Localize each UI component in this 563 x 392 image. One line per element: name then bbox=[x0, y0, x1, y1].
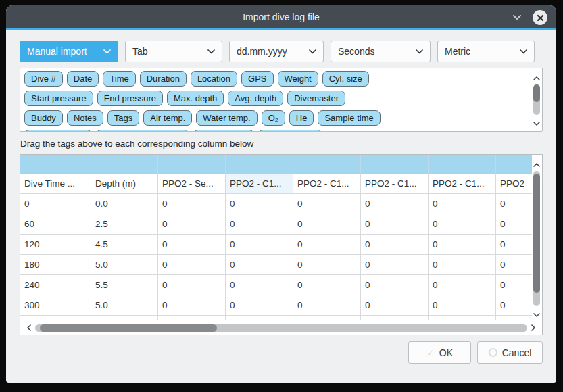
tag-notes[interactable]: Notes bbox=[67, 110, 103, 126]
tag-max-depth[interactable]: Max. depth bbox=[167, 91, 224, 106]
table-cell: 0 bbox=[429, 255, 496, 274]
scroll-down-icon[interactable] bbox=[533, 308, 540, 320]
tag-sample-time[interactable]: Sample time bbox=[318, 110, 380, 126]
tag-start-pressure[interactable]: Start pressure bbox=[24, 91, 93, 106]
column-drop-target[interactable] bbox=[91, 155, 158, 174]
date-format-select[interactable]: dd.mm.yyyy bbox=[229, 41, 324, 62]
column-header[interactable]: PPO2 - C1... bbox=[293, 174, 361, 193]
ok-button[interactable]: ✓ OK bbox=[408, 341, 471, 364]
column-drop-target[interactable] bbox=[496, 155, 532, 174]
dialog-content: Manual importTabdd.mm.yyyySecondsMetric … bbox=[6, 30, 556, 364]
table-cell: 0 bbox=[429, 235, 496, 254]
column-drop-target[interactable] bbox=[429, 155, 496, 174]
table-cell: 0 bbox=[293, 235, 361, 254]
field-separator-select[interactable]: Tab bbox=[125, 41, 222, 62]
column-drop-target-row bbox=[20, 155, 532, 174]
tag-panel-scrollbar[interactable] bbox=[532, 70, 541, 129]
tag-water-temp[interactable]: Water temp. bbox=[196, 110, 257, 126]
scrollbar-thumb[interactable] bbox=[533, 174, 540, 293]
scroll-up-icon[interactable] bbox=[533, 71, 540, 83]
table-cell: 0 bbox=[429, 275, 496, 295]
tag-tags[interactable]: Tags bbox=[107, 110, 139, 126]
scrollbar-thumb[interactable] bbox=[533, 84, 540, 102]
tag-location[interactable]: Location bbox=[191, 71, 237, 87]
tag-gps[interactable]: GPS bbox=[241, 71, 273, 87]
column-drop-target[interactable] bbox=[226, 155, 293, 174]
column-header[interactable]: PPO2 - C1... bbox=[226, 174, 293, 193]
column-drop-target[interactable] bbox=[20, 155, 91, 174]
table-cell bbox=[158, 316, 226, 320]
table-cell bbox=[91, 316, 158, 320]
import-dialog: Import dive log file Manual importTabdd.… bbox=[6, 5, 556, 383]
table-cell: 0 bbox=[158, 255, 226, 274]
table-cell: 0 bbox=[496, 214, 532, 234]
close-button[interactable] bbox=[533, 10, 547, 25]
tag-sample-depth[interactable]: Sample depth bbox=[24, 130, 92, 132]
tag-row: BuddyNotesTagsAir temp.Water temp.O₂HeSa… bbox=[24, 110, 538, 126]
tag-air-temp[interactable]: Air temp. bbox=[143, 110, 192, 126]
column-drop-target[interactable] bbox=[158, 155, 226, 174]
shade-button[interactable] bbox=[512, 13, 522, 21]
units-select[interactable]: Metric bbox=[437, 41, 535, 62]
scrollbar-track[interactable] bbox=[533, 171, 540, 306]
table-row: 1204.5000000 bbox=[20, 235, 532, 255]
table-cell: 0 bbox=[429, 194, 496, 214]
column-drop-target[interactable] bbox=[361, 155, 429, 174]
table-cell: 180 bbox=[20, 255, 91, 274]
tag-he[interactable]: He bbox=[289, 110, 314, 126]
cancel-button[interactable]: Cancel bbox=[477, 341, 543, 364]
tag-buddy[interactable]: Buddy bbox=[24, 110, 63, 126]
table-cell bbox=[226, 316, 293, 320]
tag-duration[interactable]: Duration bbox=[140, 71, 187, 87]
table-cell: 0 bbox=[158, 214, 226, 234]
table-cell: 5.0 bbox=[91, 255, 158, 274]
table-cell: 5.5 bbox=[91, 275, 158, 295]
chevron-down-icon bbox=[520, 49, 527, 54]
table-cell: 0 bbox=[293, 214, 361, 234]
tag-sample-cns[interactable]: Sample CNS bbox=[258, 130, 322, 132]
chevron-down-icon bbox=[207, 49, 215, 54]
tag-date[interactable]: Date bbox=[67, 71, 99, 87]
tag-end-pressure[interactable]: End pressure bbox=[97, 91, 163, 106]
column-header[interactable]: PPO2 - C1... bbox=[429, 174, 496, 193]
scroll-up-icon[interactable] bbox=[533, 157, 540, 170]
tag-o[interactable]: O₂ bbox=[262, 110, 285, 126]
tag-cyl-size[interactable]: Cyl. size bbox=[322, 71, 369, 87]
column-header[interactable]: PPO2 - C1... bbox=[361, 174, 429, 193]
column-header[interactable]: PPO2 bbox=[496, 174, 532, 193]
import-mode-select[interactable]: Manual import bbox=[20, 41, 118, 62]
tag-dive[interactable]: Dive # bbox=[24, 71, 63, 87]
column-header[interactable]: Dive Time ... bbox=[20, 174, 91, 193]
scrollbar-thumb[interactable] bbox=[40, 324, 217, 332]
scroll-down-icon[interactable] bbox=[533, 116, 540, 128]
table-cell bbox=[293, 316, 361, 320]
tag-sample-temperature[interactable]: Sample temperature bbox=[96, 130, 189, 132]
tag-time[interactable]: Time bbox=[103, 71, 135, 87]
table-cell: 0 bbox=[496, 275, 532, 295]
scrollbar-track[interactable] bbox=[533, 84, 540, 115]
scroll-left-icon[interactable] bbox=[25, 324, 33, 331]
tag-row: Dive #DateTimeDurationLocationGPSWeightC… bbox=[24, 71, 538, 87]
scroll-right-icon[interactable] bbox=[529, 324, 537, 331]
table-cell: 0 bbox=[20, 194, 91, 214]
tag-avg-depth[interactable]: Avg. depth bbox=[228, 91, 283, 106]
scrollbar-track[interactable] bbox=[35, 324, 527, 332]
tag-divemaster[interactable]: Divemaster bbox=[287, 91, 345, 106]
tag-weight[interactable]: Weight bbox=[278, 71, 318, 87]
table-cell bbox=[361, 316, 429, 320]
table-cell: 0 bbox=[293, 194, 361, 214]
table-cell: 0 bbox=[158, 275, 226, 295]
table-cell: 0 bbox=[361, 194, 429, 214]
titlebar[interactable]: Import dive log file bbox=[6, 5, 556, 30]
column-header[interactable]: Depth (m) bbox=[91, 174, 158, 193]
column-drop-target[interactable] bbox=[293, 155, 361, 174]
table-cell: 0 bbox=[361, 295, 429, 315]
column-header[interactable]: PPO2 - Se... bbox=[158, 174, 226, 193]
table-cell bbox=[20, 316, 91, 320]
tag-sample-po[interactable]: Sample pO₂ bbox=[193, 130, 254, 132]
table-horizontal-scrollbar[interactable] bbox=[25, 322, 537, 333]
table-vertical-scrollbar[interactable] bbox=[532, 157, 541, 320]
cancel-label: Cancel bbox=[502, 347, 532, 358]
duration-format-select[interactable]: Seconds bbox=[331, 41, 431, 62]
table-cell: 0 bbox=[158, 194, 226, 214]
